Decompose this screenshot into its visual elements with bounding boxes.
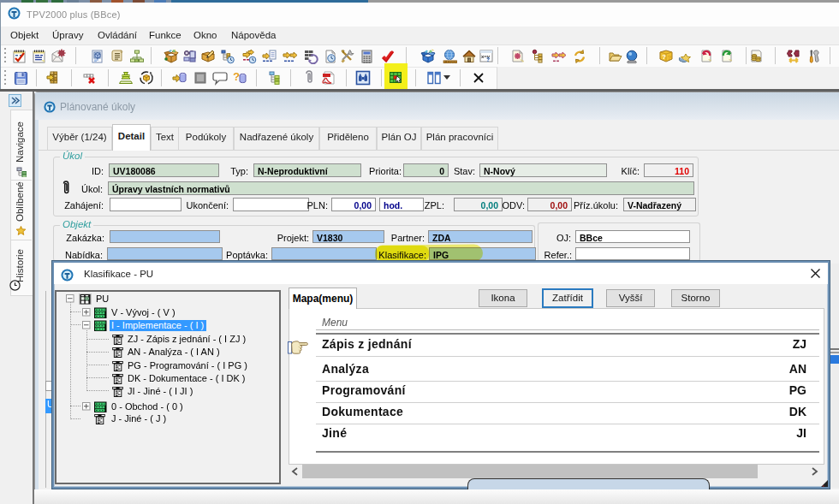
svg-text:?: ? [668, 54, 672, 62]
svg-text:?: ? [486, 56, 490, 62]
svg-text:?: ? [233, 70, 240, 83]
svg-text:?: ? [662, 53, 666, 61]
